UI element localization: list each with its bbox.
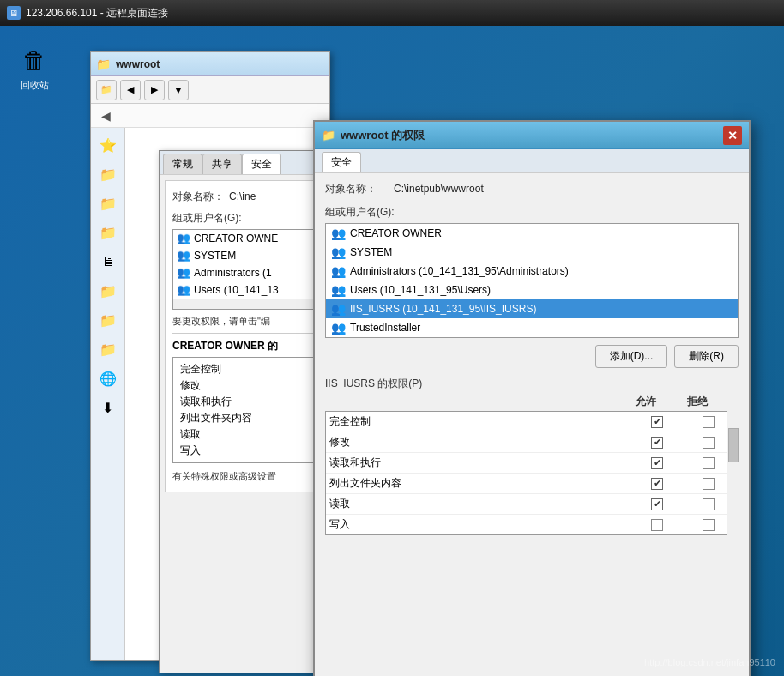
perm-dialog-folder-icon: 📁 [322,129,335,142]
bg-tab-general[interactable]: 常规 [163,154,202,174]
perm-object-row: 对象名称： C:\inetpub\wwwroot [325,182,739,196]
bg-user-item-1[interactable]: 👥 SYSTEM [173,247,333,264]
toolbar-forward-btn[interactable]: ▶ [144,80,165,100]
bg-user-name-1: SYSTEM [194,250,236,262]
perm-deny-check-5[interactable] [703,519,715,531]
perm-deny-check-4[interactable] [703,498,715,510]
bg-tab-security[interactable]: 安全 [242,154,281,174]
explorer-toolbar: 📁 ◀ ▶ ▼ [91,76,329,104]
perm-scrollbar[interactable] [727,411,739,535]
perm-name-4: 读取 [329,497,631,511]
desktop: 🗑 回收站 📁 wwwroot 📁 ◀ ▶ ▼ ◀ ⭐ 📁 📁 📁 � [0,26,784,676]
perm-allow-3[interactable]: ✔ [631,478,683,490]
perm-deny-check-0[interactable] [703,416,715,428]
explorer-nav: ◀ [91,104,329,128]
perm-user-name-4: IIS_IUSRS (10_141_131_95\IIS_IUSRS) [350,303,536,315]
perm-allow-check-0[interactable]: ✔ [651,416,663,428]
side-icon-network[interactable]: 🌐 [98,368,118,389]
side-icon-folder3[interactable]: 📁 [98,222,118,243]
title-bar: 🖥 123.206.66.101 - 远程桌面连接 [0,0,784,26]
perm-table-scroll: 完全控制 ✔ 修改 ✔ 读取和执行 ✔ 列出文 [325,411,739,535]
perm-user-4[interactable]: 👥 IIS_IUSRS (10_141_131_95\IIS_IUSRS) [326,299,738,318]
side-icon-folder5[interactable]: 📁 [98,310,118,330]
side-icon-folder1[interactable]: 📁 [98,164,118,184]
perm-object-value: C:\inetpub\wwwroot [394,183,484,195]
bg-tab-share[interactable]: 共享 [202,154,242,174]
perm-name-0: 完全控制 [329,414,631,429]
perm-deny-check-2[interactable] [703,457,715,469]
bg-bottom-hint: 有关特殊权限或高级设置 [172,470,334,483]
perm-user-3[interactable]: 👥 Users (10_141_131_95\Users) [326,281,738,299]
side-icon-folder4[interactable]: 📁 [98,281,118,301]
side-icon-star[interactable]: ⭐ [98,135,118,155]
perm-allow-check-1[interactable]: ✔ [651,437,663,449]
perm-user-icon-0: 👥 [331,226,346,240]
perm-deny-check-3[interactable] [703,478,715,490]
perm-row-4: 读取 ✔ [326,494,738,515]
perm-row-1: 修改 ✔ [326,432,738,453]
bg-object-value: C:\ine [229,190,256,202]
bg-user-item-2[interactable]: 👥 Administrators (1 [173,264,333,281]
perm-user-icon-4: 👥 [331,302,346,316]
bg-creator-label: CREATOR OWNER 的 [172,339,334,353]
perm-user-5[interactable]: 👥 TrustedInstaller [326,318,738,337]
bg-perm-5: 写入 [180,443,326,459]
user-icon-1: 👥 [177,249,190,263]
side-icon-down[interactable]: ⬇ [98,397,118,418]
perm-user-1[interactable]: 👥 SYSTEM [326,243,738,262]
perm-user-list[interactable]: 👥 CREATOR OWNER 👥 SYSTEM 👥 Administrator… [325,223,739,338]
nav-back-btn[interactable]: ◀ [96,106,115,125]
bg-perm-0: 完全控制 [180,361,326,377]
perm-user-icon-3: 👥 [331,283,346,297]
side-icon-folder6[interactable]: 📁 [98,339,118,359]
perm-allow-check-5[interactable] [651,519,663,531]
perm-col-deny-header: 拒绝 [672,395,723,409]
perm-section-label: IIS_IUSRS 的权限(P) [325,377,739,391]
bg-user-name-2: Administrators (1 [194,267,272,279]
bg-user-item-0[interactable]: 👥 CREATOR OWNE [173,230,333,247]
perm-allow-5[interactable] [631,519,683,531]
recycle-bin-label: 回收站 [21,79,49,92]
side-icon-monitor[interactable]: 🖥 [98,251,118,272]
perm-allow-4[interactable]: ✔ [631,498,683,510]
perm-add-btn[interactable]: 添加(D)... [595,345,668,368]
user-icon-2: 👥 [177,266,190,280]
perm-row-3: 列出文件夹内容 ✔ [326,474,738,494]
toolbar-folder-btn[interactable]: 📁 [96,80,117,100]
perm-user-icon-1: 👥 [331,245,346,259]
perm-allow-check-3[interactable]: ✔ [651,478,663,490]
side-icon-folder2[interactable]: 📁 [98,193,118,214]
toolbar-back-btn[interactable]: ◀ [120,80,141,100]
perm-dialog-close-btn[interactable]: ✕ [723,126,742,145]
perm-user-2[interactable]: 👥 Administrators (10_141_131_95\Administ… [326,262,738,281]
perm-allow-check-2[interactable]: ✔ [651,457,663,469]
bg-scrollbar[interactable] [173,299,333,309]
perm-allow-0[interactable]: ✔ [631,416,683,428]
perm-user-name-0: CREATOR OWNER [350,227,442,239]
perm-user-0[interactable]: 👥 CREATOR OWNER [326,224,738,243]
bg-object-label: 对象名称： [172,190,224,204]
perm-allow-1[interactable]: ✔ [631,437,683,449]
perm-name-2: 读取和执行 [329,456,631,470]
user-icon-0: 👥 [177,232,190,245]
perm-scrollbar-thumb[interactable] [728,428,739,462]
bg-perm-3: 列出文件夹内容 [180,410,326,426]
bg-group-label: 组或用户名(G): [172,211,334,226]
bg-edit-hint: 要更改权限，请单击"编 [172,315,334,328]
bg-user-name-3: Users (10_141_13 [194,284,279,296]
bg-user-item-3[interactable]: 👥 Users (10_141_13 [173,281,333,299]
perm-user-name-5: TrustedInstaller [350,322,420,334]
perm-name-1: 修改 [329,435,631,450]
recycle-bin-icon: 🗑 [17,43,51,77]
toolbar-down-btn[interactable]: ▼ [168,80,189,100]
perm-scrollbar-space [723,395,735,409]
recycle-bin[interactable]: 🗑 回收站 [9,43,60,92]
bg-perm-2: 读取和执行 [180,394,326,410]
perm-tab-security[interactable]: 安全 [322,152,361,172]
perm-allow-2[interactable]: ✔ [631,457,683,469]
perm-allow-check-4[interactable]: ✔ [651,498,663,510]
perm-remove-btn[interactable]: 删除(R) [674,345,739,368]
bg-user-list[interactable]: 👥 CREATOR OWNE 👥 SYSTEM 👥 Administrators… [172,229,334,310]
perm-deny-check-1[interactable] [703,437,715,449]
perm-col-name-header [329,395,620,409]
